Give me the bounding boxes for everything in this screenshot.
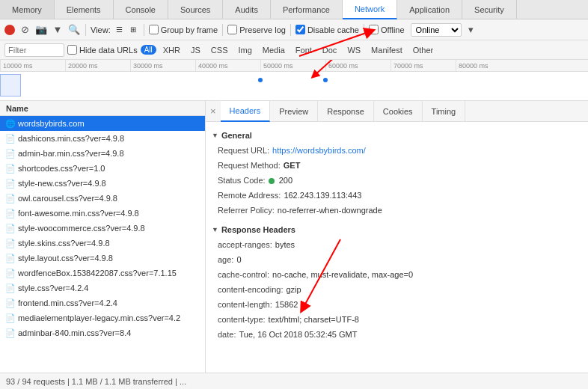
separator-5 — [364, 24, 364, 36]
view-list-icon[interactable]: ☰ — [114, 24, 126, 36]
general-section-header[interactable]: ▼ General — [206, 128, 588, 143]
requests-header: Name — [0, 101, 205, 116]
throttle-select[interactable]: Online Fast 3G Slow 3G — [411, 23, 462, 37]
status-dot — [269, 178, 275, 184]
details-panel: × Headers Preview Response Cookies Timin… — [206, 101, 588, 373]
record-button[interactable] — [4, 25, 15, 35]
timeline-ruler: 10000 ms 20000 ms 30000 ms 40000 ms 5000… — [0, 60, 588, 72]
file-icon: 📄 — [6, 239, 15, 248]
tab-headers[interactable]: Headers — [221, 101, 271, 122]
mark-40000: 40000 ms — [195, 60, 260, 71]
content-encoding-row: content-encoding: gzip — [206, 282, 588, 297]
request-item-layout[interactable]: 📄 style.layout.css?ver=4.9.8 — [0, 251, 205, 266]
tab-network[interactable]: Network — [343, 0, 397, 19]
cache-control-row: cache-control: no-cache, must-revalidate… — [206, 267, 588, 282]
accept-ranges-row: accept-ranges: bytes — [206, 237, 588, 252]
filter-input[interactable] — [4, 43, 64, 57]
network-toolbar: ⊘ 📷 ▼ 🔍 View: ☰ ⊞ Group by frame Preserv… — [0, 19, 588, 40]
disable-cache-checkbox[interactable]: Disable cache — [295, 25, 359, 34]
filter-doc[interactable]: Doc — [319, 45, 341, 55]
request-item-woocommerce[interactable]: 📄 style-woocommerce.css?ver=4.9.8 — [0, 221, 205, 236]
requests-panel: Name 🌐 wordsbybirds.com 📄 dashicons.min.… — [0, 101, 206, 373]
request-item-dashicons[interactable]: 📄 dashicons.min.css?ver=4.9.8 — [0, 131, 205, 146]
filter-media[interactable]: Media — [259, 45, 289, 55]
file-icon: 📄 — [6, 194, 15, 203]
tab-timing[interactable]: Timing — [423, 101, 466, 121]
request-method-row: Request Method: GET — [206, 158, 588, 173]
preserve-log-checkbox[interactable]: Preserve log — [227, 25, 286, 34]
filter-ws[interactable]: WS — [343, 45, 364, 55]
group-by-frame-checkbox[interactable]: Group by frame — [149, 25, 218, 34]
timeline-area: 10000 ms 20000 ms 30000 ms 40000 ms 5000… — [0, 60, 588, 101]
file-icon: 📄 — [6, 149, 15, 158]
search-button[interactable]: 🔍 — [67, 23, 81, 37]
request-item-skins[interactable]: 📄 style.skins.css?ver=4.9.8 — [0, 236, 205, 251]
filter-js[interactable]: JS — [187, 45, 204, 55]
mark-10000: 10000 ms — [0, 60, 65, 71]
file-icon: 📄 — [6, 164, 15, 173]
request-item-adminbar[interactable]: 📄 admin-bar.min.css?ver=4.9.8 — [0, 146, 205, 161]
filter-other[interactable]: Other — [409, 45, 438, 55]
status-bar: 93 / 94 requests | 1.1 MB / 1.1 MB trans… — [0, 373, 588, 389]
filter-img[interactable]: Img — [234, 45, 255, 55]
request-item-style-new[interactable]: 📄 style-new.css?ver=4.9.8 — [0, 176, 205, 191]
filter-css[interactable]: CSS — [207, 45, 232, 55]
file-icon: 📄 — [6, 134, 15, 143]
screenshot-button[interactable]: 📷 — [34, 23, 48, 37]
request-item-shortcodes[interactable]: 📄 shortcodes.css?ver=1.0 — [0, 161, 205, 176]
request-item-wordfence[interactable]: 📄 wordfenceBox.1538422087.css?ver=7.1.15 — [0, 266, 205, 281]
top-nav-tabs: Memory Elements Console Sources Audits P… — [0, 0, 588, 19]
tab-response[interactable]: Response — [318, 101, 374, 121]
tab-memory[interactable]: Memory — [0, 0, 55, 19]
tab-sources[interactable]: Sources — [168, 0, 223, 19]
referrer-policy-row: Referrer Policy: no-referrer-when-downgr… — [206, 203, 588, 218]
clear-button[interactable]: ⊘ — [18, 23, 31, 37]
waterfall-dot-2 — [323, 78, 328, 82]
throttle-dropdown[interactable]: ▾ — [465, 23, 478, 37]
details-close-button[interactable]: × — [206, 101, 221, 121]
content-length-row: content-length: 15862 — [206, 297, 588, 312]
tab-preview[interactable]: Preview — [270, 101, 318, 121]
request-item-fontawesome[interactable]: 📄 font-awesome.min.css?ver=4.9.8 — [0, 206, 205, 221]
tab-performance[interactable]: Performance — [271, 0, 343, 19]
request-url-row: Request URL: https://wordsbybirds.com/ — [206, 143, 588, 158]
filter-xhr[interactable]: XHR — [159, 45, 184, 55]
request-item-owl[interactable]: 📄 owl.carousel.css?ver=4.9.8 — [0, 191, 205, 206]
file-icon: 📄 — [6, 224, 15, 233]
offline-checkbox[interactable]: Offline — [369, 25, 405, 34]
request-item-wordsbybirds[interactable]: 🌐 wordsbybirds.com — [0, 116, 205, 131]
view-large-icon[interactable]: ⊞ — [127, 24, 139, 36]
tab-elements[interactable]: Elements — [55, 0, 114, 19]
waterfall-block — [0, 74, 21, 97]
filter-button[interactable]: ▼ — [51, 23, 64, 37]
file-icon: 📄 — [6, 313, 15, 322]
mark-70000: 70000 ms — [391, 60, 456, 71]
response-headers-section-header[interactable]: ▼ Response Headers — [206, 222, 588, 237]
file-icon: 📄 — [6, 298, 15, 307]
filter-all-badge[interactable]: All — [141, 45, 156, 55]
response-headers-arrow: ▼ — [212, 226, 218, 233]
request-item-frontend[interactable]: 📄 frontend.min.css?ver=4.2.4 — [0, 295, 205, 310]
tab-cookies[interactable]: Cookies — [374, 101, 423, 121]
filter-row: Hide data URLs All XHR JS CSS Img Media … — [0, 40, 588, 60]
view-icons: ☰ ⊞ — [114, 24, 139, 36]
filter-font[interactable]: Font — [292, 45, 316, 55]
file-icon: 📄 — [6, 284, 15, 292]
tab-audits[interactable]: Audits — [223, 0, 271, 19]
request-item-style[interactable]: 📄 style.css?ver=4.2.4 — [0, 281, 205, 295]
mark-60000: 60000 ms — [325, 60, 391, 71]
view-label: View: — [91, 25, 111, 34]
tab-console[interactable]: Console — [114, 0, 168, 19]
hide-data-urls-checkbox[interactable]: Hide data URLs — [67, 45, 138, 55]
file-icon: 📄 — [6, 254, 15, 263]
content-type-row: content-type: text/html; charset=UTF-8 — [206, 312, 588, 327]
filter-manifest[interactable]: Manifest — [367, 45, 406, 55]
request-item-media[interactable]: 📄 mediaelementplayer-legacy.min.css?ver=… — [0, 310, 205, 325]
request-item-adminbar840[interactable]: 📄 adminbar-840.min.css?ver=8.4 — [0, 325, 205, 340]
status-code-row: Status Code: 200 — [206, 173, 588, 188]
tab-application[interactable]: Application — [397, 0, 462, 19]
separator-2 — [144, 24, 144, 36]
file-icon: 📄 — [6, 328, 15, 337]
tab-security[interactable]: Security — [462, 0, 517, 19]
mark-80000: 80000 ms — [456, 60, 521, 71]
